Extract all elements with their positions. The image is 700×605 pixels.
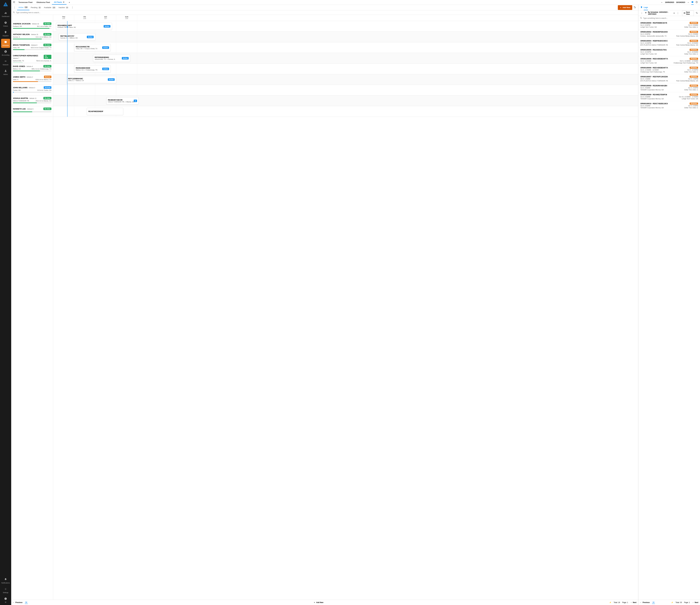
leg-item[interactable]: OR000100002 - RE0EDBFEB10254PENDING Oct … (639, 29, 700, 39)
day-column: FRI10/6 (74, 15, 95, 21)
sidebar-item-notifications[interactable]: Notifications (1, 576, 10, 585)
sidebar-item-schedule[interactable]: Schedule (1, 39, 10, 48)
prev-page-button[interactable]: ← Previous (640, 602, 650, 603)
kebab-icon[interactable]: ⋮ (12, 5, 17, 10)
driver-row[interactable]: JOHN WILLIAMS - Vehicle 3 Arrived Tucker… (11, 85, 53, 96)
prev-date-icon[interactable]: ← (661, 1, 663, 4)
avatar-icon (4, 597, 7, 601)
bolt-icon[interactable]: ⚡ (609, 602, 611, 603)
next-date-icon[interactable]: → (687, 1, 690, 4)
driver-location: Tulsa, OK (13, 47, 20, 48)
calendar-view-icon[interactable] (691, 0, 694, 5)
legs-search-input[interactable] (643, 17, 698, 19)
svg-point-14 (684, 13, 685, 13)
sidebar-item-label: Admin (3, 74, 8, 75)
add-tab-button[interactable]: ＋ (67, 0, 72, 5)
sidebar-item-settings[interactable]: Settings (1, 586, 10, 595)
sidebar-item-dispatch[interactable]: Dispatch (1, 29, 10, 38)
leg-status-badge: PENDING (690, 67, 698, 69)
timeline[interactable]: THU10/5FRI10/6SAT10/7SUN10/8 RE0A88E81C4… (53, 15, 638, 600)
leg-item[interactable]: OR000100005 - RE233E61E17631PENDING Oct … (639, 47, 700, 56)
bolt-icon[interactable]: ⚡ (671, 602, 673, 603)
legs-header: Legs (639, 5, 700, 10)
driver-row[interactable]: ANTHONY WILSON - Vehicle 15 On time Gurn… (11, 32, 53, 42)
driver-row[interactable]: ANDREW JACKSON - Vehicle 10 On time Port… (11, 21, 53, 32)
clock-view-icon[interactable] (696, 1, 698, 4)
pin-icon (4, 31, 7, 34)
now-line (67, 21, 68, 117)
progress-bar (13, 102, 51, 103)
filter-chip[interactable]: By Schedule: 10/03/2023 - 10/07/2023 (648, 11, 672, 15)
refresh-icon[interactable] (633, 5, 637, 10)
leg-item[interactable]: OR000100007 - RED793FC29CED6PENDING Oct … (639, 74, 700, 83)
tab-all-fleets[interactable]: All Fleets ✕ (52, 0, 67, 5)
sidebar-item-user[interactable]: M (1, 596, 10, 605)
sidebar-item-accounting[interactable]: $ Accounting (1, 48, 10, 57)
trip-card[interactable]: RE31334492C785 Tulsa, OK -> Corpus Chris… (74, 44, 110, 51)
close-filter-icon[interactable]: ✕ (673, 12, 675, 14)
leg-item[interactable]: OR000100010 - RE0C7AB2B118C6PENDING Oct … (639, 101, 700, 110)
page-size[interactable]: 50 (25, 601, 28, 604)
search-input[interactable] (16, 11, 636, 14)
trip-card[interactable]: REFC22DB09A08C Joliet, IL -> Walnut, CA … (67, 76, 116, 83)
filter-bar: ⋮ Active16Pending0Available14Inactive0 ⋮… (11, 5, 638, 10)
save-view-button[interactable]: Save View (682, 10, 694, 16)
leg-item[interactable]: OR000100006 - REEA4DEBE4977APENDING Oct … (639, 56, 700, 65)
tab-oklahoma-fleet[interactable]: Oklahoma Fleet (34, 0, 52, 5)
tab-tennessee-fleet[interactable]: Tennessee Fleet (17, 0, 34, 5)
legs-title[interactable]: Legs (644, 5, 648, 10)
kebab-icon[interactable]: ⋮ (70, 5, 74, 10)
kebab-icon[interactable]: ⋮ (676, 11, 680, 15)
add-new-button[interactable]: ＋ Add New (618, 5, 632, 10)
next-page-button[interactable]: → Next (692, 602, 698, 603)
leg-item[interactable]: OR000100006 - REEA4DEBE4977APENDING Oct … (639, 65, 700, 74)
trip-card[interactable]: REA6F99EDD9E9F (87, 108, 123, 115)
leg-loc-to: Dollar Tree Joliet, IL (684, 26, 698, 28)
add-new-footer-button[interactable]: ＋ Add New (314, 601, 323, 604)
leg-id: OR000100005 - RE233E61E17631 (640, 49, 667, 51)
leg-item[interactable]: OR000100000 - RE3F05886C8A7EPENDING Oct … (639, 20, 700, 29)
filter-icon[interactable] (645, 12, 647, 14)
progress-bar (13, 71, 51, 71)
leg-id: OR000100006 - REEA4DEBE4977A (640, 67, 668, 69)
driver-row[interactable]: DAVID JONES - Vehicle 4 On time Walnut, … (11, 64, 53, 74)
leg-status-badge: PENDING (690, 102, 698, 105)
sidebar-item-admin[interactable]: Admin (1, 68, 10, 77)
driver-row[interactable]: BRIAN THOMPSON - Vehicle 8 On time Tulsa… (11, 42, 53, 53)
timeline-row: RE31334492C785 Tulsa, OK -> Corpus Chris… (53, 42, 638, 53)
leg-item[interactable]: OR000100004 - REBF953E5C00CCPENDING Oct … (639, 39, 700, 47)
sidebar-item-orders[interactable]: Orders (1, 20, 10, 29)
close-tab-icon[interactable]: ✕ (63, 1, 65, 3)
driver-row[interactable]: JOSHUA MARTIN - Vehicle 11 On time HAZLE… (11, 96, 53, 106)
filter-tab-active[interactable]: Active16 (17, 5, 29, 10)
page-number: Page: 1 (684, 602, 690, 603)
legs-footer: ← Previous 10 ⚡ Total: 33 Page: 1 → Next (639, 600, 700, 605)
page-size[interactable]: 10 (652, 601, 655, 604)
refresh-icon[interactable] (695, 11, 699, 15)
driver-row[interactable]: CHRISTOPHER HERNANDEZ - Vehicle 7 On tim… (11, 53, 53, 64)
driver-row[interactable]: JAMES SMITH - Vehicle 2 Behind Joliet, I… (11, 74, 53, 85)
kebab-icon[interactable]: ⋮ (640, 11, 644, 15)
sidebar-item-dashboard[interactable]: Dashboard (1, 10, 10, 19)
filter-tab-inactive[interactable]: Inactive0 (57, 5, 70, 10)
driver-distance: 605.2 mi to Chattanooga, TN (32, 68, 51, 70)
trip-card[interactable]: RE0A88E81C40FF Portland, OR -> Fallon, N… (56, 23, 112, 30)
prev-page-button[interactable]: ← Previous (13, 602, 23, 603)
leg-item[interactable]: OR000100009 - REA96E27E80F36PENDING Oct … (639, 92, 700, 101)
filter-tab-pending[interactable]: Pending0 (29, 5, 43, 10)
trip-status-badge: A (134, 100, 137, 102)
sidebar-item-network[interactable]: Network (1, 58, 10, 67)
trip-card[interactable]: RED924686C5D69 Walnut, CA -> Chattanooga… (74, 65, 110, 73)
trip-card[interactable]: REFE9E6E0B5691 Jacksonville, TX -> Gurne… (93, 55, 130, 62)
next-page-button[interactable]: → Next (630, 602, 636, 603)
menu-icon[interactable] (12, 0, 16, 5)
date-to[interactable]: 10/19/2023 (676, 1, 685, 3)
driver-location: Gurnee, IL (13, 36, 20, 38)
filter-tab-available[interactable]: Available14 (43, 5, 57, 10)
driver-row[interactable]: KENNETH LEE - Vehicle 9 On time (11, 106, 53, 117)
trip-card[interactable]: RE4EB46715EC99 HAZLE TOWNSHIP, PA -> Atl… (106, 97, 139, 104)
trip-card[interactable]: REF796A2972707 Gurnee, IL -> Milford, OH… (59, 33, 95, 41)
trip-reference: REA6F99EDD9E9F (88, 111, 103, 113)
date-from[interactable]: 10/05/2023 (665, 1, 674, 3)
leg-item[interactable]: OR000100008 - RE29299A48A2B4PENDING Oct … (639, 83, 700, 92)
